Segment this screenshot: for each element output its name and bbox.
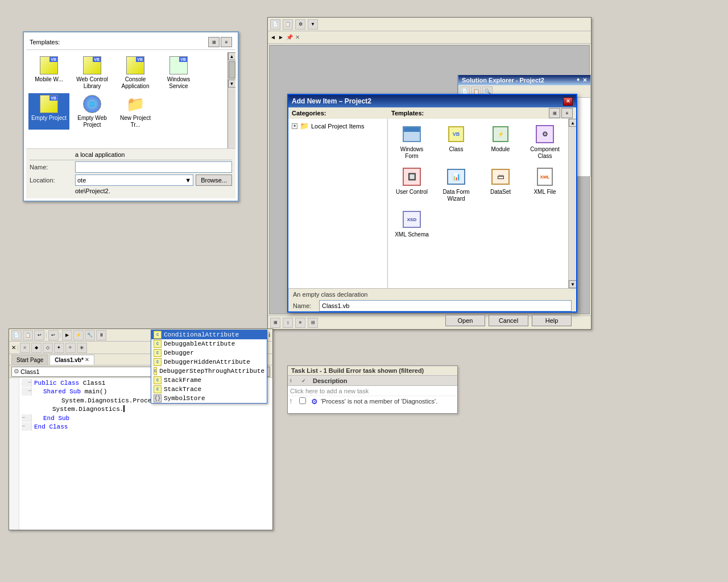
dock-left-arrow[interactable]: ◄: [270, 34, 276, 40]
browse-button[interactable]: Browse...: [196, 174, 232, 186]
ce-icon-4[interactable]: ↩: [48, 330, 59, 340]
ac-item-conditional[interactable]: C ConditionalAttribute: [151, 330, 267, 339]
template-item-emptyproject[interactable]: VB Empty Project: [28, 93, 69, 130]
template-item-mobilew[interactable]: VB Mobile W...: [28, 55, 69, 91]
tmpl-label-class: Class: [449, 146, 463, 153]
ac-item-debuggerstep[interactable]: C DebuggerStepThroughAttribute: [151, 367, 267, 376]
template-item-class[interactable]: VB Class: [436, 122, 477, 161]
ce2-icon-1[interactable]: =: [20, 343, 30, 353]
dialog-buttons: Open Cancel Help: [293, 315, 572, 326]
ce-icon-8[interactable]: ⏸: [96, 330, 106, 340]
template-item-usercontrol[interactable]: 🔲 User Control: [391, 165, 432, 204]
categories-header: Categories:: [292, 110, 391, 117]
dialog-name-input[interactable]: [319, 300, 572, 311]
dock-right-arrow[interactable]: ►: [278, 34, 284, 40]
class-dropdown-content: ⚙ Class1: [14, 368, 40, 375]
toolbar-icon-dropdown[interactable]: ▼: [308, 19, 318, 30]
cancel-button[interactable]: Cancel: [489, 315, 528, 326]
ce-icon-6[interactable]: ⚡: [73, 330, 84, 340]
ac-item-debuggable[interactable]: C DebuggableAttribute: [151, 339, 267, 348]
tab-start-page[interactable]: Start Page: [11, 355, 48, 365]
dock-pin[interactable]: 📌: [286, 34, 293, 40]
xmlschema-icon-shape: XSD: [403, 211, 421, 228]
dialog-body: + 📁 Local Project Items Windows Form VB: [288, 119, 576, 289]
dock-close[interactable]: ✕: [295, 34, 300, 40]
template-item-newprojecttr[interactable]: 📁 New Project Tr...: [115, 93, 156, 130]
scroll-down[interactable]: ▼: [228, 80, 236, 88]
template-item-console[interactable]: VB Console Application: [115, 55, 156, 91]
task-list-header: ! ✓ Description: [288, 376, 457, 386]
template-item-component[interactable]: ⚙ Component Class: [524, 122, 565, 161]
ce2-icon-2[interactable]: ◆: [31, 343, 42, 353]
tmpl-icon-xmlfile: XML: [535, 167, 555, 187]
ce-icon-5[interactable]: ▶: [62, 330, 72, 340]
template-scrollbar[interactable]: ▲ ▼: [228, 52, 235, 148]
tab-close-icon[interactable]: ✕: [85, 357, 89, 363]
ce2-icon-5[interactable]: ✧: [65, 343, 76, 353]
close-x-btn[interactable]: ✕: [11, 344, 16, 351]
template-item-winservice[interactable]: VB Windows Service: [158, 55, 199, 91]
kw-sub: Sub: [69, 388, 84, 396]
small-icons-btn[interactable]: ≡: [221, 37, 232, 47]
task-error-checkbox[interactable]: [299, 397, 306, 404]
scroll-up[interactable]: ▲: [228, 52, 236, 60]
autocomplete-dropdown: C ConditionalAttribute C DebuggableAttri…: [151, 330, 267, 404]
ac-label-debuggable: DebuggableAttribute: [164, 340, 235, 347]
se-close-btn[interactable]: ×: [583, 76, 587, 84]
open-button[interactable]: Open: [445, 315, 485, 326]
dialog-close-btn[interactable]: ✕: [563, 97, 573, 106]
ce2-icon-6[interactable]: ✳: [77, 343, 87, 353]
ce2-icon-4[interactable]: ✦: [54, 343, 64, 353]
template-item-xmlfile[interactable]: XML XML File: [524, 165, 565, 204]
template-item-weblibrary[interactable]: VB Web Control Library: [72, 55, 113, 91]
diag-scroll-up[interactable]: ▲: [569, 119, 576, 127]
location-path-value: ote\Project2.: [75, 188, 110, 194]
ce2-icon-3[interactable]: ◇: [43, 343, 53, 353]
ce-icon-7[interactable]: 🔧: [85, 330, 95, 340]
ce-icon-1[interactable]: 📄: [11, 330, 22, 340]
template-item-module[interactable]: ⚡ Module: [480, 122, 521, 161]
nm-class1: Class1: [83, 379, 106, 388]
folder-icon: 📁: [300, 122, 309, 130]
ac-label-debuggerhidden: DebuggerHiddenAttribute: [164, 359, 250, 365]
dialog-title-text: Add New Item – Project2: [292, 97, 371, 105]
scroll-thumb[interactable]: [229, 61, 235, 78]
tab-class1vb[interactable]: Class1.vb* ✕: [49, 355, 94, 365]
toolbar-icon-1[interactable]: 📄: [270, 19, 280, 30]
kw-public: Public: [34, 379, 60, 388]
template-item-emptywebproject[interactable]: 🌐 Empty Web Project: [72, 93, 113, 130]
ac-item-debuggerhidden[interactable]: C DebuggerHiddenAttribute: [151, 357, 267, 367]
dialog-templates-scrollbar[interactable]: ▲ ▼: [568, 119, 576, 288]
tmpl-label-xmlfile: XML File: [533, 189, 556, 196]
template-item-xmlschema[interactable]: XSD XML Schema: [391, 207, 432, 240]
se-pin-icon[interactable]: ♦: [577, 76, 580, 84]
dialog-large-icons[interactable]: ⊞: [549, 108, 560, 118]
dialog-small-icons[interactable]: ≡: [561, 108, 573, 118]
ac-item-debugger[interactable]: C Debugger: [151, 348, 267, 357]
toolbar-icon-3[interactable]: ⚙: [295, 19, 305, 30]
toolbar-icon-2[interactable]: 📋: [283, 19, 293, 30]
diag-scroll-down[interactable]: ▼: [569, 280, 576, 288]
dataform-icon-shape: 📊: [447, 169, 465, 185]
template-item-dataform[interactable]: 📊 Data Form Wizard: [436, 165, 477, 204]
project-name-input[interactable]: [75, 161, 232, 173]
ac-item-stackframe[interactable]: C StackFrame: [151, 376, 267, 385]
ce-icon-3[interactable]: ↩: [34, 330, 44, 340]
task-header-desc: Description: [313, 377, 455, 384]
dialog-name-label: Name:: [293, 302, 316, 309]
location-select[interactable]: ote ▼: [75, 174, 193, 186]
ac-item-symbolstore[interactable]: {} SymbolStore: [151, 394, 267, 403]
class-dropdown-icon: ⚙: [14, 368, 19, 375]
tmpl-label-module: Module: [491, 146, 510, 153]
large-icons-btn[interactable]: ⊞: [208, 37, 220, 47]
template-item-winform[interactable]: Windows Form: [391, 122, 432, 161]
category-local-project-items[interactable]: + 📁 Local Project Items: [291, 121, 385, 131]
task-error-row: ! ⚙ 'Process' is not a member of 'Diagno…: [288, 396, 457, 406]
vs-bottom-icon-1[interactable]: ⊞: [270, 318, 280, 328]
help-button[interactable]: Help: [532, 315, 572, 326]
ac-item-stacktrace[interactable]: C StackTrace: [151, 385, 267, 394]
task-add-row[interactable]: Click here to add a new task: [288, 386, 457, 396]
cat-expand-btn[interactable]: +: [292, 123, 297, 129]
template-item-dataset[interactable]: 🗃 DataSet: [480, 165, 521, 204]
ce-icon-2[interactable]: 📋: [23, 330, 33, 340]
